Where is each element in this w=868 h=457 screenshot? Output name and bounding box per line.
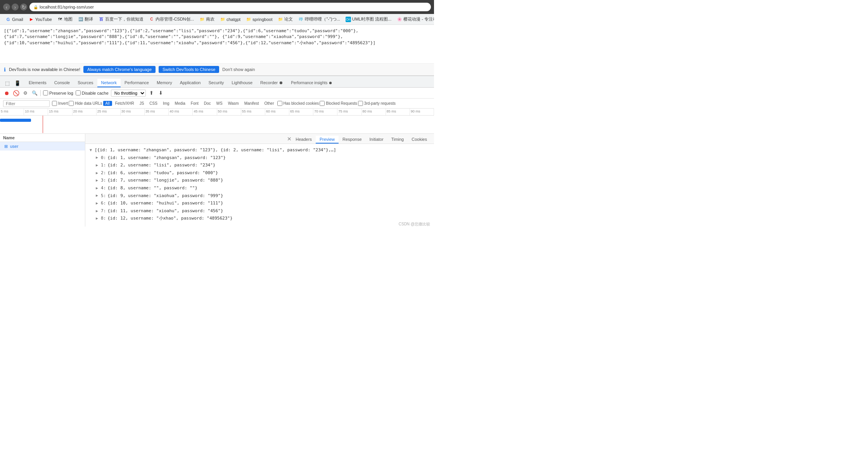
filter-button[interactable]: ⚙	[22, 90, 29, 97]
file-list-header: Name	[0, 134, 85, 142]
timeline-cursor	[43, 116, 43, 133]
tab-console[interactable]: Console	[50, 79, 74, 87]
bookmark-nanong[interactable]: 📁 南农	[197, 16, 217, 23]
hide-urls-checkbox[interactable]	[69, 101, 74, 106]
chatgpt-label: chatgpt	[227, 17, 240, 22]
tab-perf-insights[interactable]: Performance insights ⏺	[287, 79, 336, 87]
bookmark-chatgpt[interactable]: 📁 chatgpt	[218, 16, 243, 23]
bookmark-springboot[interactable]: 📁 springboot	[244, 16, 275, 23]
filter-doc-button[interactable]: Doc	[202, 101, 213, 106]
name-column-header: Name	[3, 135, 15, 140]
filter-input[interactable]	[3, 100, 50, 107]
json-item-value: {id: 9, username: "xiaohua", password: "…	[107, 192, 223, 199]
bookmark-maps[interactable]: 🗺 地图	[55, 16, 75, 23]
switch-chinese-button[interactable]: Switch DevTools to Chinese	[159, 66, 219, 73]
third-party-checkbox[interactable]	[358, 101, 363, 106]
filter-manifest-button[interactable]: Manifest	[242, 101, 261, 106]
forward-button[interactable]: ›	[12, 3, 19, 10]
hide-urls-checkbox-label[interactable]: Hide data URLs	[69, 101, 102, 106]
json-item-arrow[interactable]: ▶	[95, 177, 99, 183]
file-row-user[interactable]: ⊞ user	[0, 142, 85, 151]
tab-lighthouse[interactable]: Lighthouse	[228, 79, 256, 87]
filter-css-button[interactable]: CSS	[147, 101, 160, 106]
address-bar[interactable]: 🔒 localhost:81/spring-ssm/user	[29, 3, 431, 11]
json-item-arrow[interactable]: ▶	[95, 215, 99, 222]
filter-all-button[interactable]: All	[103, 101, 112, 106]
json-top-arrow[interactable]: ▼	[88, 147, 93, 153]
json-item-value: {id: 6, username: "tudou", password: "00…	[107, 170, 218, 177]
preserve-log-label[interactable]: Preserve log	[43, 90, 73, 95]
preserve-log-checkbox[interactable]	[43, 90, 48, 95]
blocked-requests-checkbox[interactable]	[320, 101, 325, 106]
record-button[interactable]: ⏺	[3, 90, 10, 97]
third-party-label[interactable]: 3rd-party requests	[358, 101, 396, 106]
throttle-select[interactable]: No throttling Fast 3G Slow 3G Offline	[111, 90, 146, 97]
nav-buttons: ‹ › ↻	[3, 3, 27, 10]
back-button[interactable]: ‹	[3, 3, 10, 10]
bookmark-lunwen[interactable]: 📁 论文	[275, 16, 295, 23]
disable-cache-label[interactable]: Disable cache	[76, 90, 109, 95]
blocked-cookies-checkbox[interactable]	[277, 101, 282, 106]
preview-tab-timing[interactable]: Timing	[387, 136, 408, 144]
match-language-button[interactable]: Always match Chrome's language	[83, 66, 156, 73]
tick-80ms: 80 ms	[362, 109, 386, 115]
filter-wasm-button[interactable]: Wasm	[226, 101, 241, 106]
tab-application[interactable]: Application	[176, 79, 205, 87]
timeline-area[interactable]: 5 ms 10 ms 15 ms 20 ms 25 ms 30 ms 35 ms…	[0, 109, 434, 134]
json-item-arrow[interactable]: ▶	[95, 208, 99, 214]
preview-tab-preview[interactable]: Preview	[316, 136, 339, 144]
filter-img-button[interactable]: Img	[161, 101, 172, 106]
bookmark-baidu[interactable]: 百 百度一下，你就知道	[96, 16, 146, 23]
disable-cache-checkbox[interactable]	[76, 90, 81, 95]
json-item-arrow[interactable]: ▶	[95, 192, 99, 199]
json-preview-content: ▼ [{id: 1, username: "zhangsan", passwor…	[85, 144, 434, 227]
export-button[interactable]: ⬇	[157, 90, 164, 97]
preview-tab-headers[interactable]: Headers	[292, 136, 316, 144]
close-preview-button[interactable]: ✕	[287, 136, 292, 144]
json-item-arrow[interactable]: ▶	[95, 162, 99, 168]
tab-elements[interactable]: Elements	[25, 79, 50, 87]
preview-tab-initiator[interactable]: Initiator	[366, 136, 387, 144]
tab-recorder[interactable]: Recorder ⏺	[256, 79, 287, 87]
inspect-tool-button[interactable]: ⬚	[3, 79, 12, 87]
json-item-arrow[interactable]: ▶	[95, 170, 99, 176]
bookmark-sakura[interactable]: 🌸 樱花动漫 - 专注动...	[394, 16, 434, 23]
device-tool-button[interactable]: 📱	[13, 79, 22, 87]
bookmark-bilibili[interactable]: 哔 哔哩哔哩（"-")つ...	[296, 16, 342, 23]
invert-checkbox[interactable]	[52, 101, 57, 106]
tick-5ms: 5 ms	[0, 109, 24, 115]
blocked-requests-label[interactable]: Blocked Requests	[320, 101, 357, 106]
tab-performance[interactable]: Performance	[121, 79, 153, 87]
dont-show-button[interactable]: Don't show again	[222, 67, 255, 72]
json-item-index: 4:	[101, 185, 106, 192]
bookmark-youtube[interactable]: ▶ YouTube	[26, 16, 54, 23]
blocked-cookies-label[interactable]: Has blocked cookies	[277, 101, 319, 106]
tab-security[interactable]: Security	[204, 79, 228, 87]
bookmark-uml[interactable]: On UML时序图 流程图...	[343, 16, 394, 23]
preview-tab-cookies[interactable]: Cookies	[408, 136, 431, 144]
tab-sources[interactable]: Sources	[74, 79, 97, 87]
filter-media-button[interactable]: Media	[173, 101, 188, 106]
bookmark-translate[interactable]: 🔤 翻译	[76, 16, 95, 23]
invert-checkbox-label[interactable]: Invert	[52, 101, 68, 106]
filter-js-button[interactable]: JS	[137, 101, 147, 106]
tab-network[interactable]: Network	[97, 79, 121, 87]
search-button[interactable]: 🔍	[31, 90, 38, 97]
json-item-arrow[interactable]: ▶	[95, 185, 99, 191]
clear-button[interactable]: 🚫	[12, 90, 19, 97]
tick-55ms: 55 ms	[241, 109, 265, 115]
refresh-button[interactable]: ↻	[20, 3, 27, 10]
json-item-arrow[interactable]: ▶	[95, 200, 99, 206]
csdn-label: 内容管理-CSDN创...	[156, 16, 194, 22]
bookmark-gmail[interactable]: G Gmail	[3, 16, 26, 23]
tab-memory[interactable]: Memory	[153, 79, 176, 87]
import-button[interactable]: ⬆	[148, 90, 155, 97]
bookmark-csdn[interactable]: C 内容管理-CSDN创...	[147, 16, 196, 23]
filter-ws-button[interactable]: WS	[214, 101, 225, 106]
preview-tab-response[interactable]: Response	[339, 136, 366, 144]
filter-other-button[interactable]: Other	[262, 101, 276, 106]
json-item-value: {id: 11, username: "xioahu", password: "…	[107, 208, 223, 215]
filter-font-button[interactable]: Font	[188, 101, 201, 106]
filter-fetch-button[interactable]: Fetch/XHR	[113, 101, 137, 106]
json-item-arrow[interactable]: ▶	[95, 154, 99, 161]
